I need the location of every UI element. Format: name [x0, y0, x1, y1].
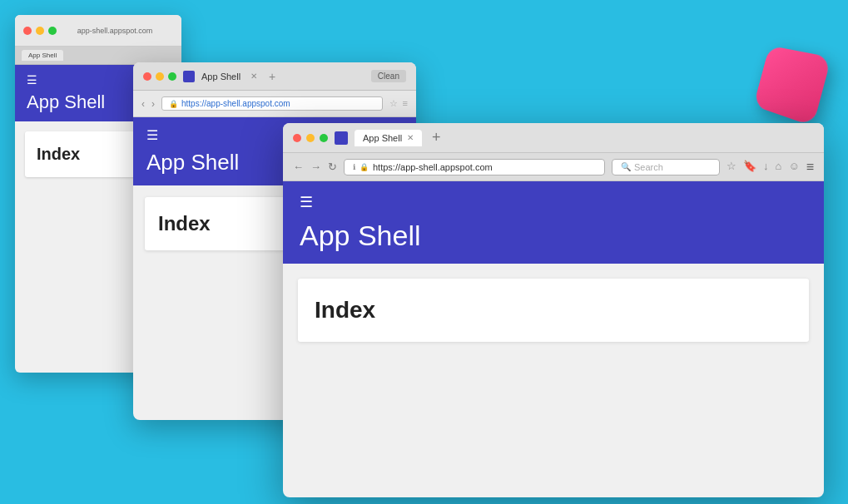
- window1-index-text: Index: [37, 145, 80, 163]
- window3-maximize-dot[interactable]: [320, 134, 328, 142]
- window3-favicon: [335, 131, 348, 145]
- window2-tab-title[interactable]: App Shell: [201, 72, 241, 82]
- lock-icon: 🔒: [169, 100, 178, 108]
- window3-forward-button[interactable]: →: [310, 161, 321, 173]
- window2-traffic-lights: [143, 72, 176, 81]
- window2-new-tab-icon[interactable]: +: [269, 70, 275, 83]
- search-icon: 🔍: [621, 162, 631, 171]
- window3-urlbar: ← → ↻ ℹ 🔒 https://app-shell.appspot.com …: [283, 153, 824, 181]
- bookmark-icon[interactable]: ☆: [389, 98, 398, 109]
- window2-favicon: [183, 71, 195, 82]
- window1-app-title: App Shell: [27, 91, 105, 112]
- window1-maximize-dot[interactable]: [48, 27, 57, 35]
- window2-minimize-dot[interactable]: [156, 72, 164, 81]
- download-icon[interactable]: ↓: [763, 160, 769, 175]
- window3-index-card: Index: [298, 279, 809, 342]
- lock-icon: 🔒: [360, 163, 369, 171]
- window3-minimize-dot[interactable]: [306, 134, 315, 142]
- window1-chrome: app-shell.appspot.com: [15, 15, 181, 47]
- window2-back-button[interactable]: ‹: [141, 98, 145, 110]
- home-icon[interactable]: ⌂: [776, 160, 782, 175]
- window2-chrome: App Shell ✕ + Clean: [133, 62, 416, 91]
- window1-close-dot[interactable]: [23, 27, 32, 35]
- window2-index-text: Index: [158, 212, 211, 235]
- window2-clean-button[interactable]: Clean: [371, 70, 406, 82]
- window3-url-text: https://app-shell.appspot.com: [373, 162, 493, 172]
- window3-menu-icon[interactable]: ≡: [806, 160, 814, 175]
- window3-right-icons: ☆ 🔖 ↓ ⌂ ☺ ≡: [727, 160, 814, 175]
- window2-app-title: App Shell: [146, 150, 239, 175]
- window2-close-dot[interactable]: [143, 72, 151, 81]
- menu-icon[interactable]: ≡: [403, 98, 408, 109]
- window2-url-box[interactable]: 🔒 https://app-shell.appspot.com: [161, 96, 383, 111]
- window3-search-box[interactable]: 🔍 Search: [612, 159, 720, 175]
- window3-back-button[interactable]: ←: [293, 161, 304, 173]
- window1-traffic-lights: [23, 27, 57, 35]
- window3-new-tab-icon[interactable]: +: [432, 129, 441, 146]
- bookmark-star-icon[interactable]: ☆: [727, 160, 736, 175]
- window3-app-title: App Shell: [300, 220, 421, 251]
- window3-close-dot[interactable]: [293, 134, 301, 142]
- window3-chrome: App Shell ✕ +: [283, 123, 824, 153]
- window1-tab[interactable]: App Shell: [22, 50, 63, 61]
- profile-icon[interactable]: ☺: [788, 160, 799, 175]
- window3-reload-button[interactable]: ↻: [328, 161, 337, 173]
- info-icon: ℹ: [353, 163, 355, 171]
- window1-minimize-dot[interactable]: [36, 27, 44, 35]
- window2-right-icons: ☆ ≡: [389, 98, 408, 109]
- window3-app-header: ☰ App Shell: [283, 181, 824, 264]
- window3-content: Index: [283, 264, 824, 357]
- window3-tab-close-icon[interactable]: ✕: [407, 133, 414, 142]
- decorative-shape: [756, 50, 840, 133]
- window1-url: app-shell.appspot.com: [62, 27, 168, 35]
- window3-search-placeholder: Search: [634, 162, 663, 172]
- window3-traffic-lights: [293, 134, 328, 142]
- window3-index-text: Index: [315, 297, 375, 323]
- window2-urlbar: ‹ › 🔒 https://app-shell.appspot.com ☆ ≡: [133, 91, 416, 117]
- window2-url-text: https://app-shell.appspot.com: [181, 99, 290, 108]
- bookmark-icon[interactable]: 🔖: [743, 160, 756, 175]
- window3-hamburger-icon[interactable]: ☰: [300, 193, 807, 211]
- window3-tab-title: App Shell: [363, 133, 402, 143]
- window2-tab-close-icon[interactable]: ✕: [250, 72, 257, 81]
- window3-url-box[interactable]: ℹ 🔒 https://app-shell.appspot.com: [344, 159, 605, 175]
- window2-maximize-dot[interactable]: [168, 72, 176, 81]
- window-3: App Shell ✕ + ← → ↻ ℹ 🔒 https://app-shel…: [283, 123, 824, 497]
- window3-active-tab[interactable]: App Shell ✕: [355, 130, 422, 146]
- window2-forward-button[interactable]: ›: [151, 98, 155, 110]
